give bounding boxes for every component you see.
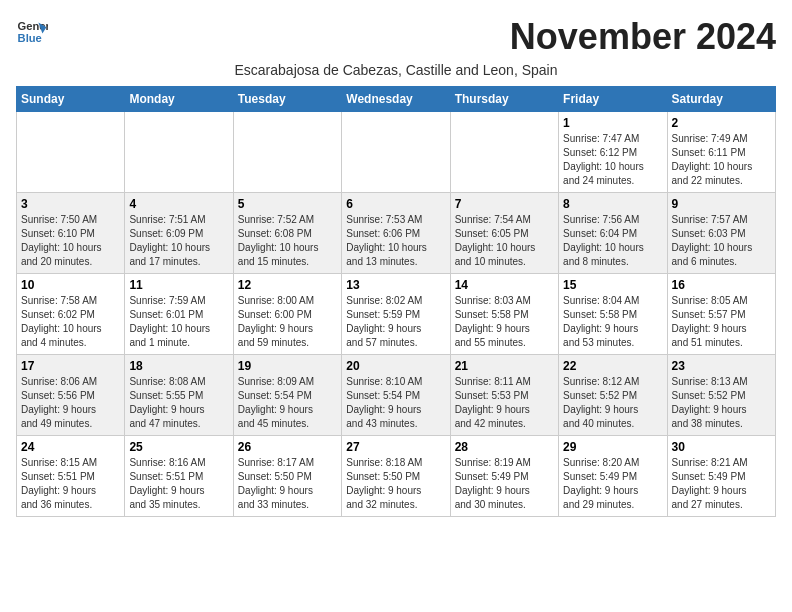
- day-number: 17: [21, 359, 120, 373]
- weekday-header-thursday: Thursday: [450, 87, 558, 112]
- day-number: 8: [563, 197, 662, 211]
- calendar-cell: 1Sunrise: 7:47 AM Sunset: 6:12 PM Daylig…: [559, 112, 667, 193]
- calendar-cell: 3Sunrise: 7:50 AM Sunset: 6:10 PM Daylig…: [17, 193, 125, 274]
- calendar-cell: 8Sunrise: 7:56 AM Sunset: 6:04 PM Daylig…: [559, 193, 667, 274]
- calendar-week-row: 17Sunrise: 8:06 AM Sunset: 5:56 PM Dayli…: [17, 355, 776, 436]
- day-info: Sunrise: 8:21 AM Sunset: 5:49 PM Dayligh…: [672, 456, 771, 512]
- calendar-cell: [342, 112, 450, 193]
- calendar-cell: 17Sunrise: 8:06 AM Sunset: 5:56 PM Dayli…: [17, 355, 125, 436]
- day-info: Sunrise: 7:58 AM Sunset: 6:02 PM Dayligh…: [21, 294, 120, 350]
- calendar-cell: 28Sunrise: 8:19 AM Sunset: 5:49 PM Dayli…: [450, 436, 558, 517]
- day-info: Sunrise: 8:12 AM Sunset: 5:52 PM Dayligh…: [563, 375, 662, 431]
- calendar-cell: 22Sunrise: 8:12 AM Sunset: 5:52 PM Dayli…: [559, 355, 667, 436]
- day-info: Sunrise: 7:53 AM Sunset: 6:06 PM Dayligh…: [346, 213, 445, 269]
- calendar-cell: [450, 112, 558, 193]
- day-info: Sunrise: 8:03 AM Sunset: 5:58 PM Dayligh…: [455, 294, 554, 350]
- day-info: Sunrise: 7:51 AM Sunset: 6:09 PM Dayligh…: [129, 213, 228, 269]
- calendar-cell: 12Sunrise: 8:00 AM Sunset: 6:00 PM Dayli…: [233, 274, 341, 355]
- calendar-cell: 2Sunrise: 7:49 AM Sunset: 6:11 PM Daylig…: [667, 112, 775, 193]
- day-number: 25: [129, 440, 228, 454]
- weekday-header-saturday: Saturday: [667, 87, 775, 112]
- day-number: 18: [129, 359, 228, 373]
- weekday-header-monday: Monday: [125, 87, 233, 112]
- day-number: 30: [672, 440, 771, 454]
- calendar-cell: [233, 112, 341, 193]
- day-number: 20: [346, 359, 445, 373]
- calendar-cell: 23Sunrise: 8:13 AM Sunset: 5:52 PM Dayli…: [667, 355, 775, 436]
- calendar-cell: 10Sunrise: 7:58 AM Sunset: 6:02 PM Dayli…: [17, 274, 125, 355]
- day-number: 6: [346, 197, 445, 211]
- day-info: Sunrise: 8:18 AM Sunset: 5:50 PM Dayligh…: [346, 456, 445, 512]
- calendar-cell: 19Sunrise: 8:09 AM Sunset: 5:54 PM Dayli…: [233, 355, 341, 436]
- day-number: 22: [563, 359, 662, 373]
- day-info: Sunrise: 8:06 AM Sunset: 5:56 PM Dayligh…: [21, 375, 120, 431]
- day-number: 5: [238, 197, 337, 211]
- day-number: 11: [129, 278, 228, 292]
- day-info: Sunrise: 7:50 AM Sunset: 6:10 PM Dayligh…: [21, 213, 120, 269]
- day-info: Sunrise: 8:02 AM Sunset: 5:59 PM Dayligh…: [346, 294, 445, 350]
- day-number: 21: [455, 359, 554, 373]
- calendar-cell: 15Sunrise: 8:04 AM Sunset: 5:58 PM Dayli…: [559, 274, 667, 355]
- month-title: November 2024: [510, 16, 776, 58]
- day-info: Sunrise: 8:17 AM Sunset: 5:50 PM Dayligh…: [238, 456, 337, 512]
- calendar-cell: 29Sunrise: 8:20 AM Sunset: 5:49 PM Dayli…: [559, 436, 667, 517]
- calendar-week-row: 1Sunrise: 7:47 AM Sunset: 6:12 PM Daylig…: [17, 112, 776, 193]
- calendar-cell: 26Sunrise: 8:17 AM Sunset: 5:50 PM Dayli…: [233, 436, 341, 517]
- day-number: 16: [672, 278, 771, 292]
- weekday-header-tuesday: Tuesday: [233, 87, 341, 112]
- day-info: Sunrise: 7:49 AM Sunset: 6:11 PM Dayligh…: [672, 132, 771, 188]
- day-number: 27: [346, 440, 445, 454]
- day-info: Sunrise: 8:09 AM Sunset: 5:54 PM Dayligh…: [238, 375, 337, 431]
- day-info: Sunrise: 8:16 AM Sunset: 5:51 PM Dayligh…: [129, 456, 228, 512]
- calendar-cell: 18Sunrise: 8:08 AM Sunset: 5:55 PM Dayli…: [125, 355, 233, 436]
- calendar-cell: [17, 112, 125, 193]
- day-info: Sunrise: 7:52 AM Sunset: 6:08 PM Dayligh…: [238, 213, 337, 269]
- calendar-cell: 21Sunrise: 8:11 AM Sunset: 5:53 PM Dayli…: [450, 355, 558, 436]
- day-number: 13: [346, 278, 445, 292]
- day-number: 14: [455, 278, 554, 292]
- day-info: Sunrise: 7:57 AM Sunset: 6:03 PM Dayligh…: [672, 213, 771, 269]
- calendar-table: SundayMondayTuesdayWednesdayThursdayFrid…: [16, 86, 776, 517]
- day-info: Sunrise: 7:59 AM Sunset: 6:01 PM Dayligh…: [129, 294, 228, 350]
- calendar-header-row: SundayMondayTuesdayWednesdayThursdayFrid…: [17, 87, 776, 112]
- calendar-week-row: 24Sunrise: 8:15 AM Sunset: 5:51 PM Dayli…: [17, 436, 776, 517]
- day-number: 28: [455, 440, 554, 454]
- svg-text:Blue: Blue: [18, 32, 42, 44]
- day-number: 19: [238, 359, 337, 373]
- subtitle: Escarabajosa de Cabezas, Castille and Le…: [16, 62, 776, 78]
- logo: General Blue: [16, 16, 48, 48]
- calendar-cell: 14Sunrise: 8:03 AM Sunset: 5:58 PM Dayli…: [450, 274, 558, 355]
- calendar-week-row: 10Sunrise: 7:58 AM Sunset: 6:02 PM Dayli…: [17, 274, 776, 355]
- calendar-cell: 5Sunrise: 7:52 AM Sunset: 6:08 PM Daylig…: [233, 193, 341, 274]
- day-info: Sunrise: 8:15 AM Sunset: 5:51 PM Dayligh…: [21, 456, 120, 512]
- day-number: 9: [672, 197, 771, 211]
- calendar-cell: 16Sunrise: 8:05 AM Sunset: 5:57 PM Dayli…: [667, 274, 775, 355]
- day-number: 29: [563, 440, 662, 454]
- day-number: 24: [21, 440, 120, 454]
- calendar-cell: 6Sunrise: 7:53 AM Sunset: 6:06 PM Daylig…: [342, 193, 450, 274]
- calendar-week-row: 3Sunrise: 7:50 AM Sunset: 6:10 PM Daylig…: [17, 193, 776, 274]
- logo-icon: General Blue: [16, 16, 48, 48]
- day-number: 2: [672, 116, 771, 130]
- day-number: 10: [21, 278, 120, 292]
- day-number: 7: [455, 197, 554, 211]
- weekday-header-friday: Friday: [559, 87, 667, 112]
- calendar-cell: 27Sunrise: 8:18 AM Sunset: 5:50 PM Dayli…: [342, 436, 450, 517]
- day-info: Sunrise: 7:54 AM Sunset: 6:05 PM Dayligh…: [455, 213, 554, 269]
- calendar-cell: 24Sunrise: 8:15 AM Sunset: 5:51 PM Dayli…: [17, 436, 125, 517]
- day-info: Sunrise: 8:13 AM Sunset: 5:52 PM Dayligh…: [672, 375, 771, 431]
- calendar-cell: 30Sunrise: 8:21 AM Sunset: 5:49 PM Dayli…: [667, 436, 775, 517]
- day-info: Sunrise: 8:19 AM Sunset: 5:49 PM Dayligh…: [455, 456, 554, 512]
- day-number: 4: [129, 197, 228, 211]
- weekday-header-wednesday: Wednesday: [342, 87, 450, 112]
- day-number: 3: [21, 197, 120, 211]
- calendar-cell: 13Sunrise: 8:02 AM Sunset: 5:59 PM Dayli…: [342, 274, 450, 355]
- calendar-cell: 11Sunrise: 7:59 AM Sunset: 6:01 PM Dayli…: [125, 274, 233, 355]
- day-info: Sunrise: 8:05 AM Sunset: 5:57 PM Dayligh…: [672, 294, 771, 350]
- day-number: 23: [672, 359, 771, 373]
- day-info: Sunrise: 8:20 AM Sunset: 5:49 PM Dayligh…: [563, 456, 662, 512]
- calendar-cell: 4Sunrise: 7:51 AM Sunset: 6:09 PM Daylig…: [125, 193, 233, 274]
- calendar-cell: 20Sunrise: 8:10 AM Sunset: 5:54 PM Dayli…: [342, 355, 450, 436]
- weekday-header-sunday: Sunday: [17, 87, 125, 112]
- calendar-cell: [125, 112, 233, 193]
